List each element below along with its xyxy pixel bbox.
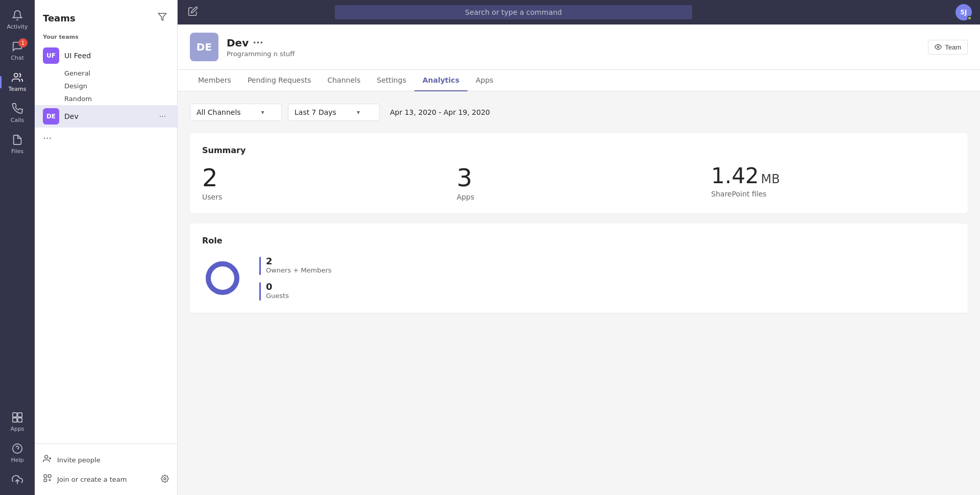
eye-icon	[935, 43, 942, 51]
tab-analytics[interactable]: Analytics	[414, 70, 468, 91]
topbar: Search or type a command SJ	[178, 0, 980, 24]
apps-label: Apps	[457, 193, 701, 201]
team-header-description: Programming n stuff	[227, 50, 295, 58]
help-label: Help	[11, 457, 23, 463]
summary-card-title: Summary	[202, 145, 955, 155]
invite-people-button[interactable]: Invite people	[35, 450, 177, 469]
guests-info: 0 Guests	[266, 281, 289, 300]
help-icon	[11, 442, 23, 455]
settings-icon-button[interactable]	[161, 475, 169, 484]
owners-bar	[259, 257, 261, 275]
files-icon	[11, 134, 23, 146]
svg-marker-8	[159, 13, 166, 20]
user-status-dot	[967, 16, 972, 20]
search-box[interactable]: Search or type a command	[335, 5, 692, 19]
calls-label: Calls	[11, 117, 24, 123]
nav-item-help[interactable]: Help	[0, 437, 35, 468]
apps-nav-label: Apps	[10, 426, 24, 432]
dev-more-button[interactable]: ···	[156, 111, 169, 122]
svg-rect-1	[13, 413, 17, 417]
filter-button[interactable]	[156, 10, 169, 26]
apps-nav-icon	[11, 411, 23, 424]
ui-feed-name: UI Feed	[64, 52, 156, 60]
nav-item-activity[interactable]: Activity	[0, 4, 35, 35]
teams-label: Teams	[9, 86, 27, 92]
svg-point-17	[164, 478, 166, 480]
team-header-info: Dev ··· Programming n stuff	[227, 37, 295, 58]
role-content: 2 Owners + Members 0 Guests	[202, 256, 955, 301]
team-badge-label: Team	[945, 43, 961, 51]
calls-icon	[11, 103, 23, 115]
channel-general[interactable]: General	[35, 67, 177, 80]
svg-rect-13	[48, 475, 51, 477]
dev-name: Dev	[64, 112, 156, 120]
svg-point-9	[45, 455, 48, 458]
tab-members[interactable]: Members	[190, 70, 239, 91]
svg-rect-14	[44, 479, 46, 482]
upload-icon	[11, 474, 23, 486]
users-stat: 2 Users	[202, 165, 447, 201]
apps-stat: 3 Apps	[457, 165, 701, 201]
team-item-dev[interactable]: DE Dev ···	[35, 105, 177, 128]
owners-info: 2 Owners + Members	[266, 256, 332, 274]
nav-item-upload[interactable]	[0, 468, 35, 491]
svg-point-20	[208, 264, 237, 292]
days-filter-chevron: ▾	[357, 109, 360, 116]
nav-item-files[interactable]: Files	[0, 129, 35, 160]
channel-filter-dropdown[interactable]: All Channels ▾	[190, 104, 282, 121]
user-avatar[interactable]: SJ	[955, 4, 972, 20]
team-item-ui-feed[interactable]: UF UI Feed ···	[35, 44, 177, 67]
tab-pending[interactable]: Pending Requests	[239, 70, 320, 91]
nav-item-calls[interactable]: Calls	[0, 97, 35, 129]
channel-random[interactable]: Random	[35, 92, 177, 105]
date-range-text: Apr 13, 2020 - Apr 19, 2020	[390, 108, 490, 116]
guests-bar	[259, 282, 261, 301]
owners-label: Owners + Members	[266, 266, 332, 274]
svg-rect-2	[18, 413, 22, 417]
sidebar-title: Teams	[43, 13, 76, 23]
tab-settings[interactable]: Settings	[369, 70, 414, 91]
channel-design[interactable]: Design	[35, 80, 177, 92]
summary-card: Summary 2 Users 3 Apps 1.42MB ShareP	[190, 133, 968, 213]
topbar-right: SJ	[955, 4, 972, 20]
join-team-button[interactable]: Join or create a team	[35, 469, 177, 489]
nav-item-chat[interactable]: 1 Chat	[0, 35, 35, 66]
search-placeholder: Search or type a command	[341, 8, 686, 16]
filters-row: All Channels ▾ Last 7 Days ▾ Apr 13, 202…	[190, 104, 968, 121]
owners-count: 2	[266, 256, 332, 266]
chat-label: Chat	[11, 55, 24, 61]
role-legend: 2 Owners + Members 0 Guests	[259, 256, 332, 301]
team-header: DE Dev ··· Programming n stuff Team	[178, 24, 980, 70]
join-icon	[43, 474, 52, 485]
join-team-label: Join or create a team	[57, 476, 127, 483]
role-legend-owners: 2 Owners + Members	[259, 256, 332, 275]
tab-channels[interactable]: Channels	[319, 70, 369, 91]
role-card-title: Role	[202, 236, 955, 245]
sidebar-bottom: Invite people Join or create a team	[35, 443, 177, 495]
team-header-name: Dev ···	[227, 37, 295, 49]
invite-people-label: Invite people	[57, 456, 101, 464]
tab-apps[interactable]: Apps	[468, 70, 502, 91]
svg-rect-3	[13, 418, 17, 422]
nav-item-teams[interactable]: Teams	[0, 66, 35, 97]
team-area: DE Dev ··· Programming n stuff Team Memb…	[178, 24, 980, 495]
guests-count: 0	[266, 281, 289, 292]
compose-button[interactable]	[186, 4, 200, 21]
nav-item-apps[interactable]: Apps	[0, 406, 35, 437]
invite-icon	[43, 454, 52, 465]
role-legend-guests: 0 Guests	[259, 281, 332, 301]
guests-label: Guests	[266, 292, 289, 300]
svg-rect-4	[18, 418, 22, 422]
sidebar-more-button[interactable]: ···	[35, 128, 177, 148]
team-header-more-button[interactable]: ···	[253, 37, 263, 48]
sharepoint-stat: 1.42MB SharePoint files	[711, 165, 955, 201]
sidebar: Teams Your teams UF UI Feed ··· General …	[35, 0, 178, 495]
svg-rect-12	[44, 475, 46, 477]
team-badge-button[interactable]: Team	[928, 40, 968, 55]
days-filter-dropdown[interactable]: Last 7 Days ▾	[288, 104, 380, 121]
files-label: Files	[11, 148, 23, 155]
apps-value: 3	[457, 165, 701, 190]
summary-grid: 2 Users 3 Apps 1.42MB SharePoint files	[202, 165, 955, 201]
days-filter-value: Last 7 Days	[295, 108, 336, 116]
your-teams-label: Your teams	[35, 32, 177, 44]
